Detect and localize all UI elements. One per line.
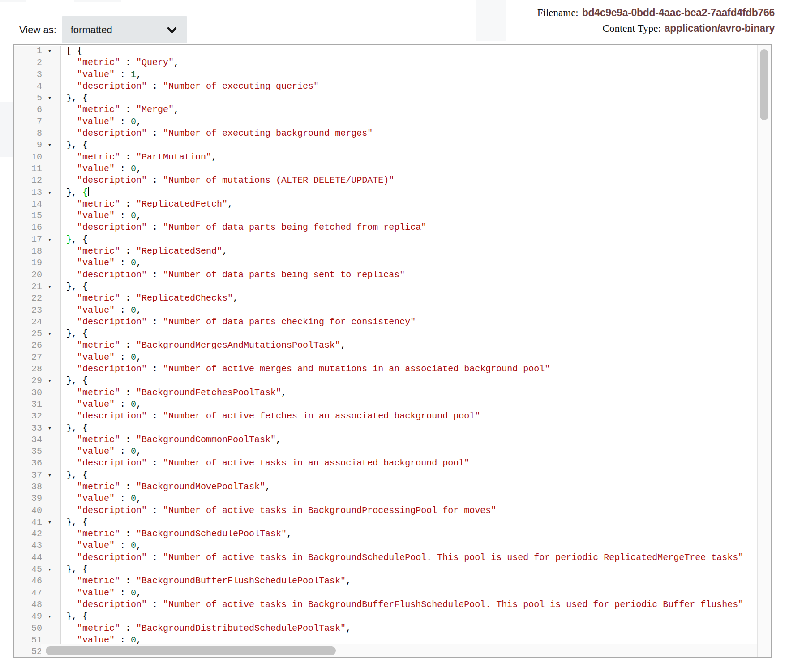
chevron-down-icon xyxy=(166,24,178,36)
code-line[interactable]: "metric" : "ReplicatedSend", xyxy=(61,246,227,258)
fold-arrow-icon[interactable]: ▾ xyxy=(42,140,57,151)
code-line[interactable]: }, { xyxy=(61,234,88,246)
code-line[interactable]: "description" : "Number of data parts be… xyxy=(61,270,405,281)
background-placeholder xyxy=(476,0,506,41)
fold-arrow-icon[interactable]: ▾ xyxy=(42,93,57,104)
code-line[interactable]: "metric" : "BackgroundMergesAndMutations… xyxy=(61,340,346,352)
gutter-cell: 3 xyxy=(14,69,61,81)
horizontal-scrollbar-track[interactable] xyxy=(41,644,757,657)
gutter-cell: 34 xyxy=(14,435,61,446)
code-line[interactable]: "value" : 0, xyxy=(61,352,142,364)
code-editor[interactable]: 1▾[ {2 "metric" : "Query",3 "value" : 1,… xyxy=(13,44,772,658)
fold-arrow-icon[interactable]: ▾ xyxy=(42,234,57,246)
code-line[interactable]: "description" : "Number of active tasks … xyxy=(61,505,496,517)
code-line[interactable]: "value" : 1, xyxy=(61,69,142,81)
code-line[interactable]: "value" : 0, xyxy=(61,588,142,599)
code-line[interactable]: "metric" : "BackgroundBufferFlushSchedul… xyxy=(61,576,351,587)
gutter-cell: 38 xyxy=(14,482,61,493)
code-line[interactable]: "description" : "Number of active tasks … xyxy=(61,599,743,611)
code-line[interactable]: }, { xyxy=(61,564,88,576)
code-line[interactable]: "description" : "Number of active fetche… xyxy=(61,411,480,422)
code-line[interactable]: "value" : 0, xyxy=(61,116,142,128)
code-line[interactable]: }, { xyxy=(61,93,88,104)
code-line[interactable]: "value" : 0, xyxy=(61,211,142,222)
code-line[interactable]: }, { xyxy=(61,470,88,482)
code-line[interactable]: "value" : 0, xyxy=(61,258,142,269)
code-line-row: 18 "metric" : "ReplicatedSend", xyxy=(14,246,771,258)
filename-label: Filename: xyxy=(537,7,579,18)
code-line[interactable]: }, { xyxy=(61,140,88,151)
code-line[interactable]: "metric" : "BackgroundMovePoolTask", xyxy=(61,482,270,493)
code-line[interactable]: "description" : "Number of executing bac… xyxy=(61,128,373,140)
code-line[interactable]: "description" : "Number of active tasks … xyxy=(61,552,743,564)
code-line-row: 16 "description" : "Number of data parts… xyxy=(14,222,771,234)
code-line[interactable]: "description" : "Number of active tasks … xyxy=(61,458,469,470)
code-line[interactable]: "metric" : "Query", xyxy=(61,57,179,69)
code-line-row: 14 "metric" : "ReplicatedFetch", xyxy=(14,199,771,211)
code-line[interactable]: }, { xyxy=(61,187,89,199)
file-meta: Filename:bd4c9e9a-0bdd-4aac-bea2-7aafd4f… xyxy=(537,5,775,37)
code-line[interactable]: "value" : 0, xyxy=(61,164,142,175)
fold-arrow-icon[interactable]: ▾ xyxy=(42,328,57,340)
fold-arrow-icon[interactable]: ▾ xyxy=(42,517,57,529)
code-line-row: 4 "description" : "Number of executing q… xyxy=(14,81,771,93)
code-line[interactable]: }, { xyxy=(61,281,88,293)
code-line-row: 49▾}, { xyxy=(14,611,771,623)
code-line[interactable]: "value" : 0, xyxy=(61,540,142,552)
code-line[interactable]: "value" : 0, xyxy=(61,493,142,505)
code-line-row: 37▾}, { xyxy=(14,470,771,482)
code-line[interactable]: "metric" : "BackgroundSchedulePoolTask", xyxy=(61,529,292,540)
fold-arrow-icon[interactable]: ▾ xyxy=(42,564,57,576)
line-number: 11 xyxy=(14,164,42,175)
code-line[interactable]: }, { xyxy=(61,517,88,529)
fold-gutter-spacer xyxy=(42,552,57,564)
code-line[interactable]: "metric" : "BackgroundDistributedSchedul… xyxy=(61,623,351,635)
code-line[interactable]: [ { xyxy=(61,46,82,57)
code-line[interactable]: "metric" : "BackgroundCommonPoolTask", xyxy=(61,435,281,446)
code-line[interactable]: "value" : 0, xyxy=(61,446,142,458)
line-number: 35 xyxy=(14,446,42,458)
code-line[interactable]: }, { xyxy=(61,423,88,435)
gutter-cell: 44 xyxy=(14,552,61,564)
code-line[interactable]: "metric" : "Merge", xyxy=(61,104,179,116)
vertical-scrollbar-track[interactable] xyxy=(757,45,771,657)
fold-arrow-icon[interactable]: ▾ xyxy=(42,46,57,57)
code-line[interactable]: "value" : 0, xyxy=(61,305,142,317)
code-line[interactable]: "metric" : "ReplicatedFetch", xyxy=(61,199,233,211)
code-line[interactable]: "description" : "Number of active merges… xyxy=(61,364,550,375)
line-number: 3 xyxy=(14,69,42,81)
code-line[interactable]: "description" : "Number of mutations (AL… xyxy=(61,175,394,187)
code-line[interactable]: }, { xyxy=(61,375,88,387)
code-line[interactable]: }, { xyxy=(61,611,88,623)
view-as-select[interactable]: formatted xyxy=(62,16,187,43)
code-line[interactable]: "metric" : "BackgroundFetchesPoolTask", xyxy=(61,388,287,399)
fold-gutter-spacer xyxy=(42,128,57,140)
code-line-row: 10 "metric" : "PartMutation", xyxy=(14,152,771,164)
code-line-row: 47 "value" : 0, xyxy=(14,588,771,599)
fold-arrow-icon[interactable]: ▾ xyxy=(42,423,57,435)
gutter-cell: 46 xyxy=(14,576,61,587)
code-line[interactable]: "metric" : "ReplicatedChecks", xyxy=(61,293,238,305)
code-line[interactable]: "description" : "Number of executing que… xyxy=(61,81,319,93)
horizontal-scrollbar-thumb[interactable] xyxy=(46,646,336,655)
code-line-row: 38 "metric" : "BackgroundMovePoolTask", xyxy=(14,482,771,493)
line-number: 41 xyxy=(14,517,42,529)
fold-arrow-icon[interactable]: ▾ xyxy=(42,375,57,387)
code-line[interactable]: "value" : 0, xyxy=(61,399,142,411)
fold-gutter-spacer xyxy=(42,317,57,328)
line-number: 34 xyxy=(14,435,42,446)
gutter-cell: 5▾ xyxy=(14,93,61,104)
fold-arrow-icon[interactable]: ▾ xyxy=(42,470,57,482)
fold-arrow-icon[interactable]: ▾ xyxy=(42,611,57,623)
vertical-scrollbar-thumb[interactable] xyxy=(760,49,768,120)
fold-arrow-icon[interactable]: ▾ xyxy=(42,281,57,293)
gutter-cell: 14 xyxy=(14,199,61,211)
code-line[interactable]: }, { xyxy=(61,328,88,340)
code-line[interactable]: "description" : "Number of data parts be… xyxy=(61,222,426,234)
code-line[interactable]: "metric" : "PartMutation", xyxy=(61,152,217,164)
line-number: 42 xyxy=(14,529,42,540)
gutter-cell: 2 xyxy=(14,57,61,69)
code-line-row: 13▾}, { xyxy=(14,187,771,199)
code-line[interactable]: "description" : "Number of data parts ch… xyxy=(61,317,416,328)
fold-arrow-icon[interactable]: ▾ xyxy=(42,187,57,199)
